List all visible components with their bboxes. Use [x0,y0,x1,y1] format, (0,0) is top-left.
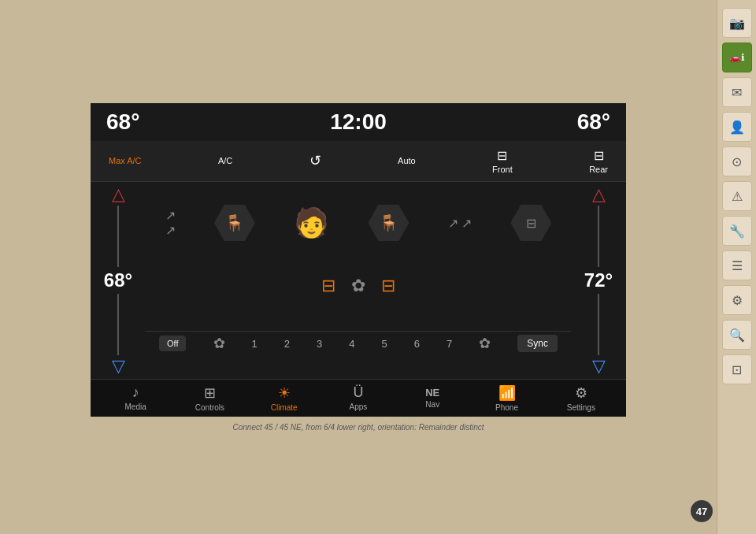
controls-row: Max A/C A/C ↺ Auto ⊟ Front ⊟ Rear [91,141,626,182]
left-temp-up-button[interactable]: △ [112,186,125,203]
fan-speed-6-button[interactable]: 6 [414,338,420,350]
sidebar-search-button[interactable]: 🔍 [722,320,752,350]
front-button[interactable]: ⊟ Front [486,145,519,177]
ac-label: A/C [218,156,232,165]
controls-icon: ⊞ [204,384,216,402]
auto-label: Auto [398,156,416,165]
fan-left-icon: ✿ [213,335,225,352]
airflow-row: ↗ ↗ 🪑 🧑 🪑 [146,205,571,241]
fan-speed-1-button[interactable]: 1 [252,338,258,350]
caption: Connect 45 / 45 NE, from 6/4 lower right… [232,423,484,432]
sidebar-warning-button[interactable]: ⚠ [722,181,752,211]
controls-label: Controls [195,403,224,412]
fan-off-button[interactable]: Off [159,336,186,351]
apps-icon: Ü [353,384,363,401]
fan-speed-7-button[interactable]: 7 [447,338,452,350]
nav-settings[interactable]: ⚙ Settings [554,384,609,412]
right-seat-arrows: ↗ ↗ [448,216,472,231]
right-arrow-icon: ↗ [448,217,458,230]
right-arrow-icon-2: ↗ [461,217,472,230]
misc-icon: ⊡ [732,362,742,377]
right-temp-line [598,206,599,267]
nav-icon-sym: NE [425,387,439,399]
media-icon: ♪ [132,384,139,401]
sidebar-list-button[interactable]: ☰ [722,250,752,280]
right-sidebar: 📷 🚗ℹ ✉ 👤 ⊙ ⚠ 🔧 ☰ ⚙ 🔍 ⊡ [717,0,756,534]
nav-nav[interactable]: NE Nav [405,387,460,409]
warning-icon: ⚠ [732,189,743,204]
driver-icon: 👤 [729,120,745,135]
media-label: Media [125,402,146,411]
service-icon: 🔧 [729,224,745,239]
camera-icon: 📷 [729,16,745,31]
center-person: 🧑 [294,206,329,239]
fan-speed-3-button[interactable]: 3 [317,338,322,350]
sidebar-steering-button[interactable]: ⊙ [722,146,752,176]
left-seat-heat-button[interactable]: ⊟ [321,276,335,296]
rear-defroster-icon: ⊟ [526,216,536,231]
phone-label: Phone [495,403,518,412]
fan-right-icon: ✿ [479,335,491,352]
climate-icon: ☀ [278,384,291,402]
front-airflow-icon: ⊟ [497,148,507,163]
messages-icon: ✉ [732,85,742,100]
sidebar-camera-button[interactable]: 📷 [722,8,752,38]
max-ac-button[interactable]: Max A/C [102,153,148,169]
sidebar-carinfo-button[interactable]: 🚗ℹ [722,43,752,72]
rear-label: Rear [589,165,608,174]
fan-speed-4-button[interactable]: 4 [349,338,354,350]
right-zone-temp: 72° [584,269,613,291]
page-number: 47 [691,500,713,522]
recirculate-button[interactable]: ↺ [303,149,328,172]
apps-label: Apps [350,402,368,411]
climate-screen: 68° 12:00 68° Max A/C A/C ↺ Auto ⊟ Front [91,103,626,417]
list-icon: ☰ [732,258,743,273]
nav-phone[interactable]: 📶 Phone [480,384,535,412]
sidebar-misc-button[interactable]: ⊡ [722,354,752,384]
search-icon: 🔍 [729,328,745,343]
rear-defroster-hex[interactable]: ⊟ [510,205,551,241]
sidebar-messages-button[interactable]: ✉ [722,77,752,107]
sync-button[interactable]: Sync [517,335,558,352]
sidebar-settings-button[interactable]: ⚙ [722,285,752,315]
right-seat-heat-button[interactable]: ⊟ [381,276,395,296]
nav-apps[interactable]: Ü Apps [331,384,386,411]
left-seat-icon: 🪑 [224,213,244,232]
steering-icon: ⊙ [732,154,742,169]
left-zone-temp: 68° [104,269,132,291]
right-seat-hex[interactable]: 🪑 [368,205,409,241]
recirculate-icon: ↺ [309,152,321,169]
ac-button[interactable]: A/C [212,153,239,169]
left-temp-line-2 [117,294,119,355]
nav-controls[interactable]: ⊞ Controls [182,384,237,412]
nav-media[interactable]: ♪ Media [108,384,163,411]
left-seat-area: ↗ ↗ [165,208,176,238]
center-climate-area: ↗ ↗ 🪑 🧑 🪑 [146,182,571,379]
fan-speed-2-button[interactable]: 2 [284,338,290,350]
right-temp-down-button[interactable]: ▽ [592,358,606,375]
left-temp-line [117,206,119,267]
right-seat-area: ↗ ↗ [448,216,472,231]
climate-body: △ 68° ▽ ↗ ↗ [91,182,626,379]
auto-button[interactable]: Auto [391,153,422,169]
sidebar-driver-button[interactable]: 👤 [722,112,752,142]
left-arrow-icon: ↗ [165,208,176,223]
max-ac-label: Max A/C [109,156,142,165]
settings2-icon: ⚙ [732,293,743,308]
person-icon: 🧑 [294,206,329,239]
time-display: 12:00 [330,109,387,135]
nav-climate[interactable]: ☀ Climate [257,384,312,412]
left-arrow-icon-2: ↗ [165,223,176,238]
fan-speed-5-button[interactable]: 5 [382,338,387,350]
climate-label: Climate [271,403,298,412]
right-temp-up-button[interactable]: △ [592,186,606,203]
left-seat-hex[interactable]: 🪑 [214,205,255,241]
left-temp-down-button[interactable]: ▽ [112,358,125,375]
main-content: 68° 12:00 68° Max A/C A/C ↺ Auto ⊟ Front [0,0,717,534]
left-seat-arrows: ↗ ↗ [165,208,176,238]
steering-heat-button[interactable]: ✿ [351,276,365,296]
sidebar-service-button[interactable]: 🔧 [722,216,752,246]
bottom-nav: ♪ Media ⊞ Controls ☀ Climate Ü Apps NE N… [91,379,626,417]
right-temp-control: △ 72° ▽ [571,182,626,379]
rear-button[interactable]: ⊟ Rear [583,145,614,177]
